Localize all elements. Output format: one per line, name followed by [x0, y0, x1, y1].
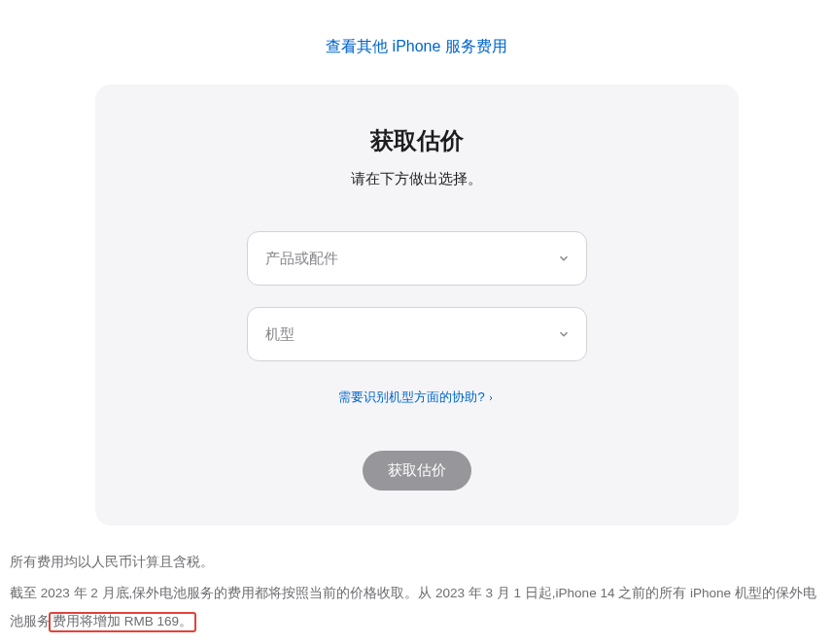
footer-line-1: 所有费用均以人民币计算且含税。 — [10, 549, 823, 576]
price-increase-highlight: 费用将增加 RMB 169。 — [49, 612, 196, 632]
model-select-wrapper: 机型 — [247, 307, 587, 361]
chevron-down-icon — [557, 252, 571, 265]
model-placeholder: 机型 — [265, 325, 295, 344]
footer-notes: 所有费用均以人民币计算且含税。 截至 2023 年 2 月底,保外电池服务的费用… — [0, 525, 833, 644]
product-placeholder: 产品或配件 — [265, 250, 338, 268]
chevron-down-icon — [557, 327, 571, 341]
chevron-right-icon — [487, 390, 495, 405]
other-services-link[interactable]: 查看其他 iPhone 服务费用 — [0, 0, 833, 85]
card-subtitle: 请在下方做出选择。 — [115, 170, 719, 188]
estimate-card: 获取估价 请在下方做出选择。 产品或配件 机型 需要识别机型方面的协助? 获取估… — [95, 85, 739, 525]
help-link-text: 需要识别机型方面的协助? — [338, 389, 484, 406]
product-select[interactable]: 产品或配件 — [247, 231, 587, 286]
card-title: 获取估价 — [115, 125, 719, 156]
footer-line-2: 截至 2023 年 2 月底,保外电池服务的费用都将按照当前的价格收取。从 20… — [10, 580, 823, 635]
get-estimate-button[interactable]: 获取估价 — [363, 451, 471, 491]
product-select-wrapper: 产品或配件 — [247, 231, 587, 286]
model-select[interactable]: 机型 — [247, 307, 587, 361]
identify-model-help-link[interactable]: 需要识别机型方面的协助? — [338, 389, 494, 406]
